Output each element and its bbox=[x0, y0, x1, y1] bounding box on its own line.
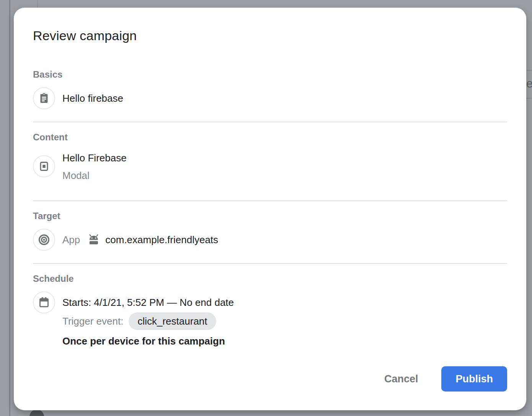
dialog-actions: Cancel Publish bbox=[33, 366, 507, 392]
section-divider bbox=[33, 263, 507, 264]
bullseye-icon bbox=[33, 229, 55, 251]
section-label-schedule: Schedule bbox=[33, 273, 507, 284]
basics-row: Hello firebase bbox=[33, 87, 507, 109]
target-summary: App com.example.friendlyeats bbox=[62, 232, 218, 247]
clipboard-icon bbox=[33, 87, 55, 109]
calendar-icon-glyph bbox=[38, 297, 50, 308]
section-label-content: Content bbox=[33, 132, 507, 143]
android-icon-glyph bbox=[88, 234, 100, 245]
schedule-dates: Starts: 4/1/21, 5:52 PM — No end date bbox=[62, 295, 234, 310]
section-divider bbox=[33, 200, 507, 201]
frequency-text: Once per device for this campaign bbox=[62, 333, 234, 349]
message-title: Hello Firebase bbox=[62, 151, 127, 165]
background-panel-edge bbox=[37, 0, 38, 8]
background-sidebar-edge bbox=[9, 0, 10, 416]
review-campaign-dialog: Review campaign Basics Hello firebase Co… bbox=[14, 8, 526, 410]
target-row: App com.example.friendlyeats bbox=[33, 229, 507, 251]
section-label-target: Target bbox=[33, 210, 507, 222]
schedule-row: Starts: 4/1/21, 5:52 PM — No end date Tr… bbox=[33, 291, 507, 349]
background-avatar bbox=[29, 410, 44, 416]
content-row: Hello Firebase Modal bbox=[33, 150, 507, 183]
trigger-event-chip: click_restaurant bbox=[129, 312, 216, 330]
android-icon bbox=[88, 234, 100, 245]
background-partial-text: e bbox=[526, 77, 532, 90]
trigger-event-label: Trigger event: bbox=[62, 314, 123, 328]
modal-message-icon bbox=[33, 155, 55, 177]
modal-message-icon-glyph bbox=[38, 161, 50, 172]
calendar-icon bbox=[33, 291, 55, 314]
campaign-name: Hello firebase bbox=[62, 91, 123, 106]
target-prefix: App bbox=[62, 232, 80, 247]
trigger-event-line: Trigger event: click_restaurant bbox=[62, 312, 234, 330]
cancel-button[interactable]: Cancel bbox=[379, 369, 424, 389]
schedule-summary: Starts: 4/1/21, 5:52 PM — No end date Tr… bbox=[62, 291, 234, 349]
bullseye-icon-glyph bbox=[38, 234, 50, 246]
target-app-id: com.example.friendlyeats bbox=[105, 232, 218, 247]
message-type: Modal bbox=[62, 168, 127, 183]
content-summary: Hello Firebase Modal bbox=[62, 150, 127, 183]
section-label-basics: Basics bbox=[33, 69, 507, 80]
publish-button[interactable]: Publish bbox=[441, 366, 507, 392]
dialog-title: Review campaign bbox=[33, 28, 507, 44]
clipboard-icon-glyph bbox=[38, 93, 50, 104]
section-divider bbox=[33, 122, 507, 122]
